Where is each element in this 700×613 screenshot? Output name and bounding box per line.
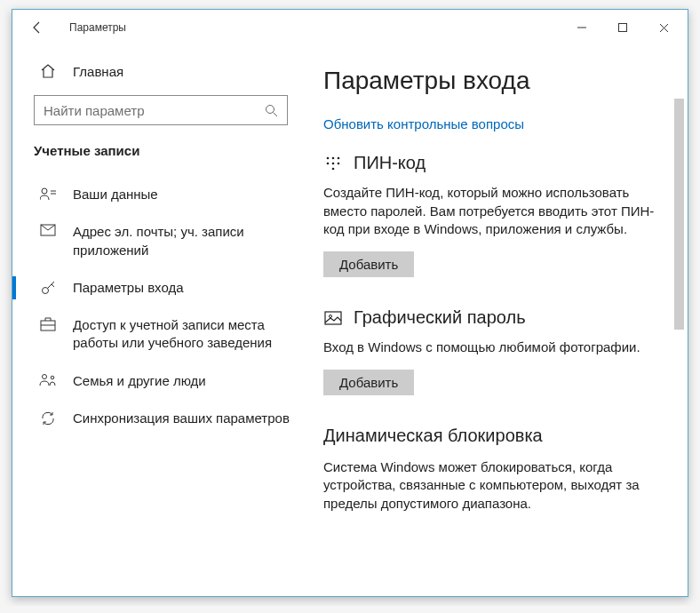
svg-point-13 (43, 374, 47, 378)
svg-point-19 (332, 162, 335, 164)
section-picture-password: Графический пароль Вход в Windows с помо… (323, 307, 668, 395)
svg-point-15 (327, 156, 330, 159)
svg-point-16 (332, 156, 335, 159)
nav-label: Параметры входа (73, 279, 184, 297)
minimize-button[interactable] (561, 13, 602, 42)
nav-signin-options[interactable]: Параметры входа (12, 269, 306, 306)
titlebar: Параметры (12, 10, 688, 45)
keypad-icon (323, 154, 343, 173)
picture-title: Графический пароль (354, 307, 526, 328)
svg-line-9 (48, 282, 55, 289)
picture-header: Графический пароль (323, 307, 668, 328)
scrollbar-thumb[interactable] (674, 99, 684, 330)
page-heading: Параметры входа (323, 67, 668, 95)
main-panel: Параметры входа Обновить контрольные воп… (306, 45, 688, 596)
briefcase-icon (39, 317, 57, 331)
sidebar-section-title: Учетные записи (12, 127, 306, 167)
svg-point-23 (330, 314, 332, 317)
picture-add-button[interactable]: Добавить (323, 370, 414, 395)
svg-point-20 (338, 162, 340, 164)
svg-point-4 (42, 188, 47, 194)
pin-description: Создайте ПИН-код, который можно использо… (323, 184, 661, 239)
svg-point-8 (43, 287, 49, 293)
nav-email-accounts[interactable]: Адрес эл. почты; уч. записи приложений (12, 213, 306, 269)
update-questions-link[interactable]: Обновить контрольные вопросы (323, 116, 524, 131)
nav-list: Ваши данные Адрес эл. почты; уч. записи … (12, 167, 306, 437)
picture-icon (323, 308, 343, 328)
section-pin: ПИН-код Создайте ПИН-код, который можно … (323, 153, 668, 277)
svg-line-10 (52, 284, 54, 287)
nav-home[interactable]: Главная (12, 56, 306, 86)
svg-point-17 (338, 156, 340, 159)
content-area: Главная Учетные записи Ваши данные (12, 45, 688, 596)
nav-work-access[interactable]: Доступ к учетной записи места работы или… (12, 306, 306, 362)
sync-icon (39, 410, 57, 426)
search-container (12, 86, 306, 127)
dynamic-description: Система Windows может блокироваться, ког… (323, 458, 661, 513)
nav-label: Синхронизация ваших параметров (73, 410, 290, 427)
pin-header: ПИН-код (323, 153, 668, 173)
svg-point-18 (327, 162, 330, 164)
people-icon (39, 373, 57, 387)
picture-description: Вход в Windows с помощью любимой фотогра… (323, 338, 661, 357)
search-icon (256, 104, 287, 117)
key-icon (39, 280, 57, 296)
nav-label: Ваши данные (73, 186, 158, 203)
search-box[interactable] (34, 95, 288, 125)
scrollbar[interactable] (672, 99, 687, 591)
person-icon (39, 187, 57, 201)
nav-label: Адрес эл. почты; уч. записи приложений (73, 223, 290, 259)
nav-family[interactable]: Семья и другие люди (12, 362, 306, 400)
svg-point-14 (51, 376, 54, 379)
svg-rect-1 (619, 24, 627, 32)
pin-add-button[interactable]: Добавить (323, 251, 414, 277)
window-controls (561, 13, 684, 42)
close-button[interactable] (643, 13, 684, 42)
nav-sync[interactable]: Синхронизация ваших параметров (12, 400, 306, 437)
nav-label: Семья и другие люди (73, 372, 206, 390)
settings-window: Параметры Главная (12, 9, 688, 597)
maximize-button[interactable] (602, 13, 643, 42)
svg-line-3 (274, 112, 278, 116)
svg-point-21 (332, 167, 335, 170)
sidebar: Главная Учетные записи Ваши данные (12, 45, 306, 596)
home-icon (39, 63, 57, 79)
back-button[interactable] (21, 12, 53, 44)
nav-home-label: Главная (73, 64, 123, 79)
nav-your-info[interactable]: Ваши данные (12, 176, 306, 213)
dynamic-title: Динамическая блокировка (323, 426, 668, 446)
search-input[interactable] (35, 103, 256, 118)
nav-label: Доступ к учетной записи места работы или… (73, 316, 290, 353)
mail-icon (39, 224, 57, 236)
section-dynamic-lock: Динамическая блокировка Система Windows … (323, 426, 668, 513)
svg-point-2 (266, 105, 274, 113)
pin-title: ПИН-код (354, 153, 426, 173)
scrollbar-track (672, 99, 687, 591)
window-title: Параметры (69, 21, 126, 34)
